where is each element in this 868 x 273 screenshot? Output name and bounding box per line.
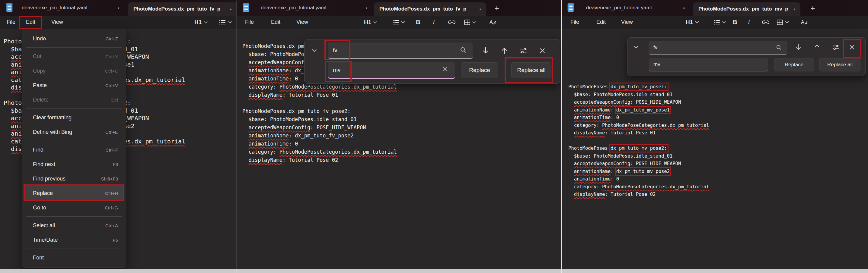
menu-item-replace[interactable]: ReplaceCtrl+H (24, 186, 124, 200)
code-line (242, 99, 397, 107)
search-options-icon[interactable] (830, 41, 842, 53)
replace-input[interactable] (328, 62, 455, 79)
find-input[interactable] (649, 41, 787, 55)
italic-button[interactable]: I (748, 17, 750, 27)
list-style-button[interactable] (392, 17, 405, 27)
chevron-down-icon[interactable] (228, 21, 232, 24)
menu-edit[interactable]: Edit (23, 17, 38, 27)
chevron-down-icon[interactable] (401, 21, 405, 24)
replace-button[interactable]: Replace (774, 58, 814, 71)
menu-item-shortcut: Ctrl+A (105, 223, 118, 228)
find-input[interactable] (328, 42, 473, 59)
menu-item-go-to[interactable]: Go toCtrl+G (22, 200, 126, 215)
bold-button[interactable]: B (733, 17, 737, 27)
replace-button[interactable]: Replace (461, 62, 498, 78)
chevron-down-icon[interactable] (722, 21, 726, 24)
table-button[interactable] (464, 17, 476, 27)
search-icon (460, 47, 467, 53)
menu-item-label: Time/Date (33, 237, 113, 243)
menu-edit[interactable]: Edit (268, 17, 283, 27)
menu-item-label: Undo (33, 36, 105, 42)
code-line: animationName: dx_pm_tuto_fv_pose2 (242, 132, 397, 140)
tab-deavenexe-pm-tutorial[interactable]: deavenexe_pm_tutorial.yaml ● (258, 0, 369, 16)
chevron-down-icon[interactable] (204, 21, 208, 24)
menu-item-undo[interactable]: UndoCtrl+Z (22, 31, 126, 46)
list-style-button[interactable] (219, 17, 232, 27)
menu-item-shortcut: Shift+F3 (101, 176, 118, 181)
chevron-down-icon[interactable] (785, 21, 789, 24)
menu-view[interactable]: View (618, 17, 636, 27)
menu-item-clear-formatting[interactable]: Clear formatting (22, 110, 126, 125)
menu-file[interactable]: File (4, 17, 19, 27)
chevron-down-icon[interactable] (472, 21, 476, 24)
menu-item-label: Select all (33, 223, 105, 229)
menu-file[interactable]: File (567, 17, 582, 27)
code-line: category: PhotoModePoseCategories.dx_pm_… (568, 183, 709, 191)
menu-item-label: Paste (33, 82, 105, 89)
notepad-icon (5, 3, 13, 13)
menu-item-define-with-bing[interactable]: Define with BingCtrl+E (22, 125, 126, 139)
search-options-icon[interactable] (517, 44, 530, 57)
heading-style-button[interactable]: H1 (364, 17, 377, 27)
table-icon (777, 20, 783, 25)
menu-item-select-all[interactable]: Select allCtrl+A (22, 218, 126, 233)
find-previous-button[interactable] (498, 44, 511, 57)
menu-item-shortcut: F3 (113, 162, 118, 167)
replace-all-button[interactable]: Replace all (819, 58, 861, 71)
close-icon[interactable] (846, 41, 858, 53)
find-replace-dialog: Replace Replace all (627, 37, 866, 76)
italic-button[interactable]: I (433, 17, 435, 27)
replace-input[interactable] (649, 58, 768, 71)
heading-style-button[interactable]: H1 (686, 17, 699, 27)
table-button[interactable] (777, 17, 789, 27)
menu-item-time-date[interactable]: Time/DateF5 (22, 233, 126, 247)
new-tab-button[interactable]: + (492, 4, 501, 13)
menu-file[interactable]: File (242, 17, 257, 27)
clear-formatting-button[interactable]: A (490, 17, 496, 27)
clear-icon[interactable] (443, 67, 447, 71)
notepad-icon (242, 3, 250, 13)
svg-text:A: A (801, 20, 804, 25)
code-line: acceptedWeaponConfig: POSE_HIDE_WEAPON (242, 124, 397, 132)
menu-view[interactable]: View (293, 17, 311, 27)
tab-photomodeposes-active[interactable]: PhotoModePoses.dx_pm_tuto_fv_p ● (128, 2, 237, 16)
new-tab-button[interactable]: + (808, 4, 817, 13)
menu-edit[interactable]: Edit (593, 17, 609, 27)
chevron-down-icon[interactable] (373, 21, 377, 24)
menu-item-paste[interactable]: PasteCtrl+V (22, 78, 126, 93)
code-line: displayName: Tutorial Pose 01 (242, 91, 397, 99)
menu-bar: File Edit View H1 B I A (237, 16, 561, 29)
bold-button[interactable]: B (416, 17, 420, 27)
chevron-down-icon[interactable] (695, 21, 699, 24)
list-style-button[interactable] (713, 17, 726, 27)
collapse-chevron-icon[interactable] (308, 44, 321, 57)
link-button[interactable] (448, 17, 456, 27)
replace-all-button[interactable]: Replace all (511, 62, 551, 78)
tab-title: deavenexe_pm_tutorial.yaml (583, 5, 652, 11)
find-previous-button[interactable] (811, 41, 823, 53)
menu-item-label: Find (33, 147, 105, 153)
find-next-button[interactable] (792, 41, 804, 53)
heading-style-button[interactable]: H1 (194, 17, 208, 27)
close-icon[interactable] (536, 44, 549, 57)
tab-photomodeposes-active[interactable]: PhotoModePoses.dx_pm_tuto_fv_p ● (374, 2, 486, 16)
menu-separator (26, 141, 122, 141)
tab-photomodeposes-active[interactable]: PhotoModePoses.dx_pm_tuto_mv_p ● (693, 2, 800, 16)
find-next-button[interactable] (479, 44, 492, 57)
link-button[interactable] (762, 17, 770, 27)
menu-item-font[interactable]: Font (22, 250, 126, 265)
collapse-chevron-icon[interactable] (630, 41, 642, 53)
menu-item-find-next[interactable]: Find nextF3 (22, 157, 126, 171)
menu-item-find-previous[interactable]: Find previousShift+F3 (22, 171, 126, 186)
menu-item-shortcut: Ctrl+V (105, 83, 118, 88)
italic-label: I (433, 19, 435, 26)
unsaved-dot: ● (479, 7, 486, 11)
clear-formatting-button[interactable]: A (801, 17, 808, 27)
notepad-window-middle: deavenexe_pm_tutorial.yaml ● PhotoModePo… (237, 0, 561, 269)
menu-item-shortcut: Del (111, 97, 118, 102)
bullet-list-icon (392, 20, 399, 25)
tab-deavenexe-pm-tutorial[interactable]: deavenexe_pm_tutorial.yaml ● (19, 0, 121, 16)
menu-view[interactable]: View (48, 17, 66, 27)
menu-item-find[interactable]: FindCtrl+F (22, 142, 126, 157)
tab-deavenexe-pm-tutorial[interactable]: deavenexe_pm_tutorial.yaml ● (583, 0, 687, 16)
